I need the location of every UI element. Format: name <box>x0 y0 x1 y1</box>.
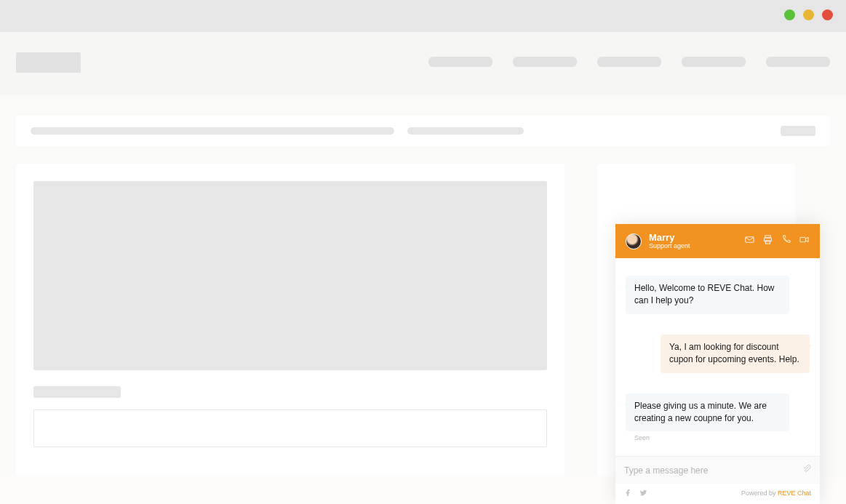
chat-header-actions <box>744 234 810 248</box>
field-placeholder <box>33 409 547 447</box>
search-text-placeholder <box>31 127 394 135</box>
svg-rect-4 <box>800 237 806 241</box>
title-placeholder <box>33 386 121 398</box>
phone-icon[interactable] <box>781 234 791 248</box>
powered-prefix: Powered by <box>741 489 778 497</box>
nav-item-placeholder <box>428 57 492 67</box>
video-icon[interactable] <box>799 234 810 248</box>
svg-rect-0 <box>746 237 754 243</box>
nav-item-placeholder <box>766 57 830 67</box>
nav-item-placeholder <box>513 57 577 67</box>
image-placeholder <box>33 181 547 370</box>
social-links <box>624 487 647 500</box>
chat-message-input[interactable] <box>624 465 802 476</box>
close-dot[interactable] <box>822 9 833 20</box>
chat-body: Hello, Welcome to REVE Chat. How can I h… <box>615 258 820 456</box>
chat-header: Marry Support agent <box>615 224 820 258</box>
window-controls <box>784 9 833 20</box>
chat-message-agent: Hello, Welcome to REVE Chat. How can I h… <box>626 276 789 314</box>
nav-item-placeholder <box>682 57 746 67</box>
agent-info: Marry Support agent <box>649 233 690 249</box>
svg-rect-1 <box>765 236 771 238</box>
nav-placeholder-group <box>428 52 830 67</box>
chat-widget: Marry Support agent Hello, Welcome to RE… <box>615 224 820 504</box>
search-text-placeholder <box>407 127 524 135</box>
agent-role: Support agent <box>649 243 690 249</box>
mail-icon[interactable] <box>744 234 755 248</box>
maximize-dot[interactable] <box>803 9 814 20</box>
twitter-icon[interactable] <box>639 487 647 500</box>
agent-avatar <box>626 233 642 249</box>
search-bar <box>16 116 830 146</box>
logo-placeholder <box>16 52 81 73</box>
svg-rect-3 <box>765 241 770 244</box>
minimize-dot[interactable] <box>784 9 795 20</box>
chat-footer: Powered by REVE Chat <box>615 484 820 504</box>
search-button-placeholder <box>781 126 815 136</box>
chat-message-agent: Please giving us a minute. We are creati… <box>626 393 789 432</box>
message-status: Seen <box>634 434 810 441</box>
nav-item-placeholder <box>597 57 661 67</box>
browser-title-bar <box>0 0 846 32</box>
powered-brand: REVE Chat <box>778 489 811 497</box>
site-header <box>0 32 846 95</box>
chat-input-bar <box>615 456 820 484</box>
main-card <box>16 164 564 476</box>
facebook-icon[interactable] <box>624 487 632 500</box>
agent-name: Marry <box>649 233 690 243</box>
attachment-icon[interactable] <box>802 464 811 477</box>
powered-by[interactable]: Powered by REVE Chat <box>741 489 811 497</box>
print-icon[interactable] <box>762 234 773 248</box>
chat-message-user: Ya, I am looking for discount cupon for … <box>661 335 810 373</box>
